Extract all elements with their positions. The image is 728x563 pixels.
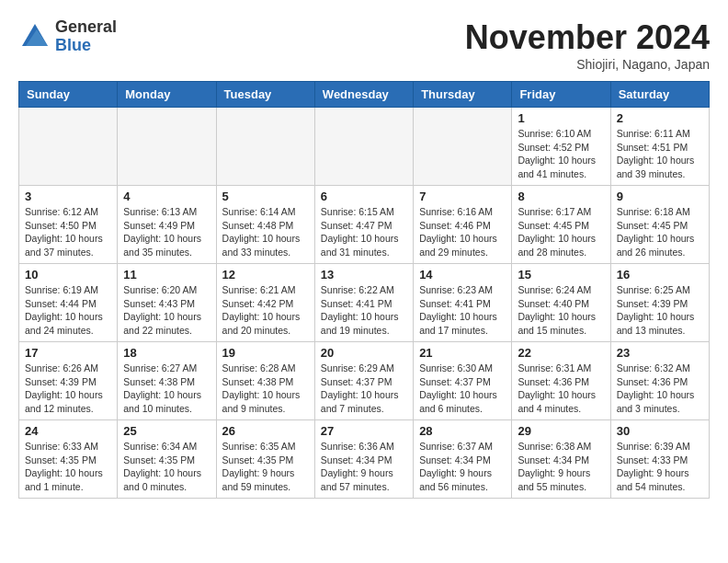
calendar-day: 27Sunrise: 6:36 AM Sunset: 4:34 PM Dayli… bbox=[314, 420, 413, 499]
calendar-day bbox=[414, 108, 512, 186]
calendar-day: 10Sunrise: 6:19 AM Sunset: 4:44 PM Dayli… bbox=[19, 264, 118, 342]
calendar-day: 28Sunrise: 6:37 AM Sunset: 4:34 PM Dayli… bbox=[414, 420, 512, 499]
calendar-day: 17Sunrise: 6:26 AM Sunset: 4:39 PM Dayli… bbox=[19, 342, 118, 420]
day-number: 15 bbox=[518, 268, 604, 282]
day-info: Sunrise: 6:18 AM Sunset: 4:45 PM Dayligh… bbox=[617, 205, 703, 259]
day-number: 30 bbox=[617, 424, 703, 438]
logo-icon bbox=[18, 20, 51, 53]
calendar-day: 1Sunrise: 6:10 AM Sunset: 4:52 PM Daylig… bbox=[512, 108, 610, 186]
day-number: 4 bbox=[123, 190, 210, 203]
calendar-day: 20Sunrise: 6:29 AM Sunset: 4:37 PM Dayli… bbox=[314, 342, 413, 420]
day-number: 1 bbox=[518, 111, 604, 125]
day-number: 9 bbox=[617, 190, 703, 203]
calendar-day: 24Sunrise: 6:33 AM Sunset: 4:35 PM Dayli… bbox=[19, 420, 118, 499]
day-info: Sunrise: 6:17 AM Sunset: 4:45 PM Dayligh… bbox=[518, 205, 604, 259]
calendar-day: 21Sunrise: 6:30 AM Sunset: 4:37 PM Dayli… bbox=[414, 342, 512, 420]
calendar-day: 12Sunrise: 6:21 AM Sunset: 4:42 PM Dayli… bbox=[216, 264, 314, 342]
calendar-day: 3Sunrise: 6:12 AM Sunset: 4:50 PM Daylig… bbox=[19, 186, 118, 264]
calendar-week-1: 1Sunrise: 6:10 AM Sunset: 4:52 PM Daylig… bbox=[19, 108, 710, 186]
day-number: 19 bbox=[222, 346, 309, 360]
day-info: Sunrise: 6:28 AM Sunset: 4:38 PM Dayligh… bbox=[222, 362, 309, 416]
day-number: 29 bbox=[518, 424, 604, 438]
day-info: Sunrise: 6:34 AM Sunset: 4:35 PM Dayligh… bbox=[123, 440, 210, 494]
day-info: Sunrise: 6:16 AM Sunset: 4:46 PM Dayligh… bbox=[419, 205, 506, 259]
day-info: Sunrise: 6:33 AM Sunset: 4:35 PM Dayligh… bbox=[25, 440, 111, 494]
calendar-day: 23Sunrise: 6:32 AM Sunset: 4:36 PM Dayli… bbox=[610, 342, 709, 420]
day-info: Sunrise: 6:22 AM Sunset: 4:41 PM Dayligh… bbox=[321, 283, 407, 338]
day-number: 8 bbox=[518, 190, 604, 203]
day-info: Sunrise: 6:21 AM Sunset: 4:42 PM Dayligh… bbox=[222, 283, 309, 338]
calendar-day: 7Sunrise: 6:16 AM Sunset: 4:46 PM Daylig… bbox=[414, 186, 512, 264]
day-info: Sunrise: 6:27 AM Sunset: 4:38 PM Dayligh… bbox=[123, 362, 210, 416]
calendar-day: 5Sunrise: 6:14 AM Sunset: 4:48 PM Daylig… bbox=[216, 186, 314, 264]
calendar-week-2: 3Sunrise: 6:12 AM Sunset: 4:50 PM Daylig… bbox=[19, 186, 710, 264]
day-number: 24 bbox=[25, 424, 111, 438]
day-info: Sunrise: 6:30 AM Sunset: 4:37 PM Dayligh… bbox=[419, 362, 506, 416]
calendar-day: 13Sunrise: 6:22 AM Sunset: 4:41 PM Dayli… bbox=[314, 264, 413, 342]
day-info: Sunrise: 6:23 AM Sunset: 4:41 PM Dayligh… bbox=[419, 283, 506, 338]
weekday-header-saturday: Saturday bbox=[610, 82, 709, 108]
calendar-day: 22Sunrise: 6:31 AM Sunset: 4:36 PM Dayli… bbox=[512, 342, 610, 420]
logo: General Blue bbox=[18, 18, 117, 55]
calendar-week-3: 10Sunrise: 6:19 AM Sunset: 4:44 PM Dayli… bbox=[19, 264, 710, 342]
day-info: Sunrise: 6:10 AM Sunset: 4:52 PM Dayligh… bbox=[518, 127, 604, 181]
day-info: Sunrise: 6:25 AM Sunset: 4:39 PM Dayligh… bbox=[617, 283, 703, 338]
day-number: 22 bbox=[518, 346, 604, 360]
day-number: 7 bbox=[419, 190, 506, 203]
page-header: General Blue November 2024 Shiojiri, Nag… bbox=[18, 18, 710, 72]
calendar-day bbox=[314, 108, 413, 186]
calendar-day: 18Sunrise: 6:27 AM Sunset: 4:38 PM Dayli… bbox=[118, 342, 216, 420]
day-number: 10 bbox=[25, 268, 111, 282]
day-info: Sunrise: 6:12 AM Sunset: 4:50 PM Dayligh… bbox=[25, 205, 111, 259]
weekday-header-friday: Friday bbox=[512, 82, 610, 108]
weekday-header-sunday: Sunday bbox=[19, 82, 118, 108]
day-number: 21 bbox=[419, 346, 506, 360]
day-info: Sunrise: 6:31 AM Sunset: 4:36 PM Dayligh… bbox=[518, 362, 604, 416]
day-number: 25 bbox=[123, 424, 210, 438]
day-info: Sunrise: 6:15 AM Sunset: 4:47 PM Dayligh… bbox=[321, 205, 407, 259]
day-number: 5 bbox=[222, 190, 309, 203]
day-number: 17 bbox=[25, 346, 111, 360]
weekday-header-thursday: Thursday bbox=[414, 82, 512, 108]
title-block: November 2024 Shiojiri, Nagano, Japan bbox=[465, 18, 710, 72]
calendar-day: 6Sunrise: 6:15 AM Sunset: 4:47 PM Daylig… bbox=[314, 186, 413, 264]
day-info: Sunrise: 6:11 AM Sunset: 4:51 PM Dayligh… bbox=[617, 127, 703, 181]
day-info: Sunrise: 6:20 AM Sunset: 4:43 PM Dayligh… bbox=[123, 283, 210, 338]
calendar-day: 2Sunrise: 6:11 AM Sunset: 4:51 PM Daylig… bbox=[610, 108, 709, 186]
day-number: 14 bbox=[419, 268, 506, 282]
calendar-day: 9Sunrise: 6:18 AM Sunset: 4:45 PM Daylig… bbox=[610, 186, 709, 264]
day-info: Sunrise: 6:19 AM Sunset: 4:44 PM Dayligh… bbox=[25, 283, 111, 338]
calendar-week-4: 17Sunrise: 6:26 AM Sunset: 4:39 PM Dayli… bbox=[19, 342, 710, 420]
day-number: 20 bbox=[321, 346, 407, 360]
calendar-day: 14Sunrise: 6:23 AM Sunset: 4:41 PM Dayli… bbox=[414, 264, 512, 342]
day-info: Sunrise: 6:14 AM Sunset: 4:48 PM Dayligh… bbox=[222, 205, 309, 259]
calendar-day: 25Sunrise: 6:34 AM Sunset: 4:35 PM Dayli… bbox=[118, 420, 216, 499]
calendar-day bbox=[118, 108, 216, 186]
weekday-header-tuesday: Tuesday bbox=[216, 82, 314, 108]
day-number: 11 bbox=[123, 268, 210, 282]
calendar-day: 11Sunrise: 6:20 AM Sunset: 4:43 PM Dayli… bbox=[118, 264, 216, 342]
day-info: Sunrise: 6:36 AM Sunset: 4:34 PM Dayligh… bbox=[321, 440, 407, 494]
weekday-header-wednesday: Wednesday bbox=[314, 82, 413, 108]
calendar-header-row: SundayMondayTuesdayWednesdayThursdayFrid… bbox=[19, 82, 710, 108]
day-info: Sunrise: 6:38 AM Sunset: 4:34 PM Dayligh… bbox=[518, 440, 604, 494]
day-number: 16 bbox=[617, 268, 703, 282]
day-number: 27 bbox=[321, 424, 407, 438]
day-info: Sunrise: 6:24 AM Sunset: 4:40 PM Dayligh… bbox=[518, 283, 604, 338]
day-info: Sunrise: 6:26 AM Sunset: 4:39 PM Dayligh… bbox=[25, 362, 111, 416]
calendar-day: 30Sunrise: 6:39 AM Sunset: 4:33 PM Dayli… bbox=[610, 420, 709, 499]
day-number: 6 bbox=[321, 190, 407, 203]
day-number: 2 bbox=[617, 111, 703, 125]
day-number: 13 bbox=[321, 268, 407, 282]
calendar-day bbox=[216, 108, 314, 186]
day-info: Sunrise: 6:32 AM Sunset: 4:36 PM Dayligh… bbox=[617, 362, 703, 416]
calendar-day: 4Sunrise: 6:13 AM Sunset: 4:49 PM Daylig… bbox=[118, 186, 216, 264]
calendar-table: SundayMondayTuesdayWednesdayThursdayFrid… bbox=[18, 81, 710, 499]
day-info: Sunrise: 6:37 AM Sunset: 4:34 PM Dayligh… bbox=[419, 440, 506, 494]
day-info: Sunrise: 6:39 AM Sunset: 4:33 PM Dayligh… bbox=[617, 440, 703, 494]
month-title: November 2024 bbox=[465, 18, 710, 57]
calendar-week-5: 24Sunrise: 6:33 AM Sunset: 4:35 PM Dayli… bbox=[19, 420, 710, 499]
day-info: Sunrise: 6:13 AM Sunset: 4:49 PM Dayligh… bbox=[123, 205, 210, 259]
day-number: 26 bbox=[222, 424, 309, 438]
logo-text: General Blue bbox=[55, 18, 117, 55]
